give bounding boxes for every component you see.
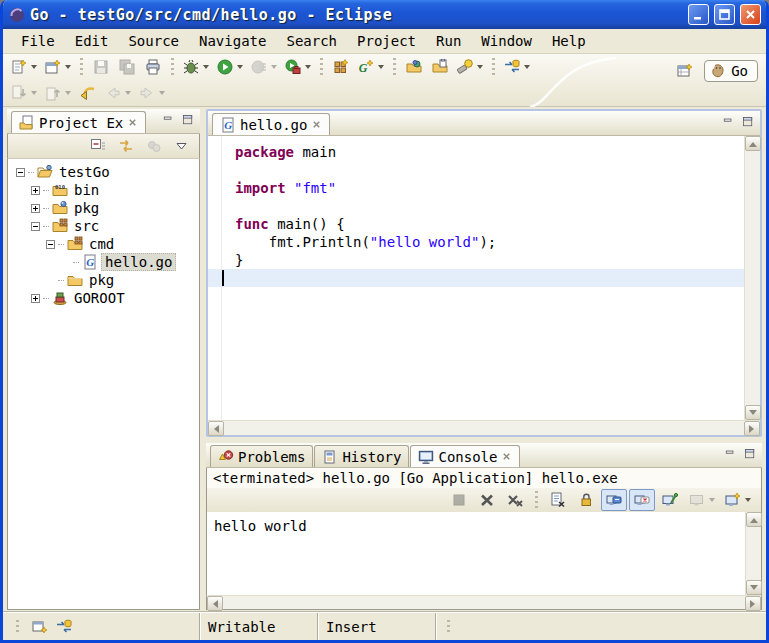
open-external-file-button[interactable] bbox=[427, 56, 453, 78]
minimize-button[interactable] bbox=[688, 4, 709, 25]
remove-all-terminated-button[interactable] bbox=[502, 489, 528, 511]
dropdown-arrow-icon[interactable] bbox=[305, 65, 311, 69]
tree-item-pkg[interactable]: pkg bbox=[8, 271, 199, 289]
menu-window[interactable]: Window bbox=[471, 31, 542, 51]
clear-console-button[interactable] bbox=[545, 489, 571, 511]
code-line-6[interactable]: fmt.Println("hello world"); bbox=[208, 233, 744, 251]
console-vertical-scrollbar[interactable] bbox=[745, 512, 761, 595]
code-line-5[interactable]: func main() { bbox=[208, 215, 744, 233]
new-go-project-button[interactable] bbox=[41, 56, 75, 78]
dropdown-arrow-icon[interactable] bbox=[709, 498, 715, 502]
dropdown-arrow-icon[interactable] bbox=[125, 91, 131, 95]
tree-item-hello-go[interactable]: Ghello.go bbox=[8, 253, 199, 271]
expand-icon[interactable] bbox=[31, 294, 40, 303]
print-button[interactable] bbox=[140, 56, 166, 78]
new-button[interactable] bbox=[7, 56, 41, 78]
new-go-element-button[interactable]: G bbox=[354, 56, 388, 78]
maximize-editor-button[interactable] bbox=[740, 115, 756, 129]
open-perspective-button[interactable] bbox=[672, 60, 698, 82]
expand-icon[interactable] bbox=[31, 186, 40, 195]
sync-button[interactable] bbox=[500, 56, 534, 78]
last-edit-location-button[interactable] bbox=[75, 82, 101, 104]
maximize-view-button[interactable] bbox=[180, 113, 196, 127]
code-line-2[interactable] bbox=[208, 161, 744, 179]
minimize-console-button[interactable] bbox=[722, 447, 738, 461]
tree-item-pkg[interactable]: pkg bbox=[8, 199, 199, 217]
dropdown-arrow-icon[interactable] bbox=[159, 91, 165, 95]
external-tools-button[interactable] bbox=[281, 56, 315, 78]
scroll-right-button[interactable] bbox=[745, 596, 761, 611]
scroll-down-button[interactable] bbox=[746, 580, 762, 595]
dropdown-arrow-icon[interactable] bbox=[65, 65, 71, 69]
open-resource-button[interactable] bbox=[401, 56, 427, 78]
scroll-left-button[interactable] bbox=[207, 596, 223, 611]
tree-item-bin[interactable]: 010bin bbox=[8, 181, 199, 199]
console-horizontal-scrollbar[interactable] bbox=[206, 595, 762, 610]
tree-item-goroot[interactable]: GOROOT bbox=[8, 289, 199, 307]
dropdown-arrow-icon[interactable] bbox=[745, 498, 751, 502]
show-stderr-toggle[interactable] bbox=[629, 489, 655, 511]
dropdown-arrow-icon[interactable] bbox=[31, 91, 37, 95]
tree-item-testgo[interactable]: testGo bbox=[8, 163, 199, 181]
maximize-console-button[interactable] bbox=[742, 447, 758, 461]
code-line-8[interactable] bbox=[208, 269, 744, 287]
close-button[interactable] bbox=[740, 4, 761, 25]
collapse-icon[interactable] bbox=[31, 222, 40, 231]
status-bar-grip[interactable] bbox=[435, 613, 455, 640]
menu-help[interactable]: Help bbox=[542, 31, 596, 51]
tree-item-cmd[interactable]: cmd bbox=[8, 235, 199, 253]
close-tab-icon[interactable] bbox=[311, 119, 322, 130]
collapse-all-button[interactable] bbox=[85, 135, 111, 157]
code-line-3[interactable]: import "fmt" bbox=[208, 179, 744, 197]
code-line-1[interactable]: package main bbox=[208, 143, 744, 161]
tree-item-src[interactable]: src bbox=[8, 217, 199, 235]
scroll-left-button[interactable] bbox=[208, 421, 224, 436]
remove-launch-button[interactable] bbox=[474, 489, 500, 511]
tab-hello-go[interactable]: G hello.go bbox=[212, 113, 330, 135]
search-button[interactable] bbox=[453, 56, 487, 78]
run-button[interactable] bbox=[213, 56, 247, 78]
menu-edit[interactable]: Edit bbox=[65, 31, 119, 51]
code-line-7[interactable]: } bbox=[208, 251, 744, 269]
dropdown-arrow-icon[interactable] bbox=[65, 91, 71, 95]
dropdown-arrow-icon[interactable] bbox=[477, 65, 483, 69]
close-tab-icon[interactable] bbox=[501, 451, 512, 462]
scroll-right-button[interactable] bbox=[744, 421, 760, 436]
tab-console[interactable]: Console bbox=[410, 445, 520, 467]
tab-history[interactable]: History bbox=[314, 445, 409, 467]
fast-view-icon[interactable] bbox=[32, 619, 48, 635]
dropdown-arrow-icon[interactable] bbox=[378, 65, 384, 69]
menu-search[interactable]: Search bbox=[276, 31, 347, 51]
tab-problems[interactable]: Problems bbox=[210, 445, 313, 467]
collapse-icon[interactable] bbox=[46, 240, 55, 249]
scroll-down-button[interactable] bbox=[745, 405, 761, 420]
open-console-button[interactable] bbox=[721, 489, 755, 511]
dropdown-arrow-icon[interactable] bbox=[524, 65, 530, 69]
code-editor[interactable]: package mainimport "fmt"func main() { fm… bbox=[208, 136, 744, 420]
sync-status-icon[interactable] bbox=[56, 619, 72, 635]
dropdown-arrow-icon[interactable] bbox=[203, 65, 209, 69]
minimize-view-button[interactable] bbox=[160, 113, 176, 127]
debug-button[interactable] bbox=[179, 56, 213, 78]
minimize-editor-button[interactable] bbox=[720, 115, 736, 129]
pin-console-button[interactable] bbox=[657, 489, 683, 511]
collapse-icon[interactable] bbox=[16, 168, 25, 177]
view-menu-button[interactable] bbox=[169, 135, 195, 157]
title-bar[interactable]: Go - testGo/src/cmd/hello.go - Eclipse bbox=[3, 0, 766, 29]
editor-horizontal-scrollbar[interactable] bbox=[208, 420, 760, 435]
link-with-editor-button[interactable] bbox=[113, 135, 139, 157]
menu-source[interactable]: Source bbox=[118, 31, 189, 51]
scroll-lock-button[interactable] bbox=[573, 489, 599, 511]
tab-project-explorer[interactable]: Project Ex bbox=[11, 111, 146, 133]
menu-navigate[interactable]: Navigate bbox=[189, 31, 276, 51]
console-output[interactable]: hello world bbox=[207, 512, 745, 595]
menu-project[interactable]: Project bbox=[347, 31, 426, 51]
scroll-up-button[interactable] bbox=[746, 512, 762, 527]
scroll-up-button[interactable] bbox=[745, 136, 761, 151]
new-go-package-button[interactable] bbox=[328, 56, 354, 78]
show-stdout-toggle[interactable] bbox=[601, 489, 627, 511]
menu-file[interactable]: File bbox=[11, 31, 65, 51]
dropdown-arrow-icon[interactable] bbox=[237, 65, 243, 69]
expand-icon[interactable] bbox=[31, 204, 40, 213]
code-line-4[interactable] bbox=[208, 197, 744, 215]
